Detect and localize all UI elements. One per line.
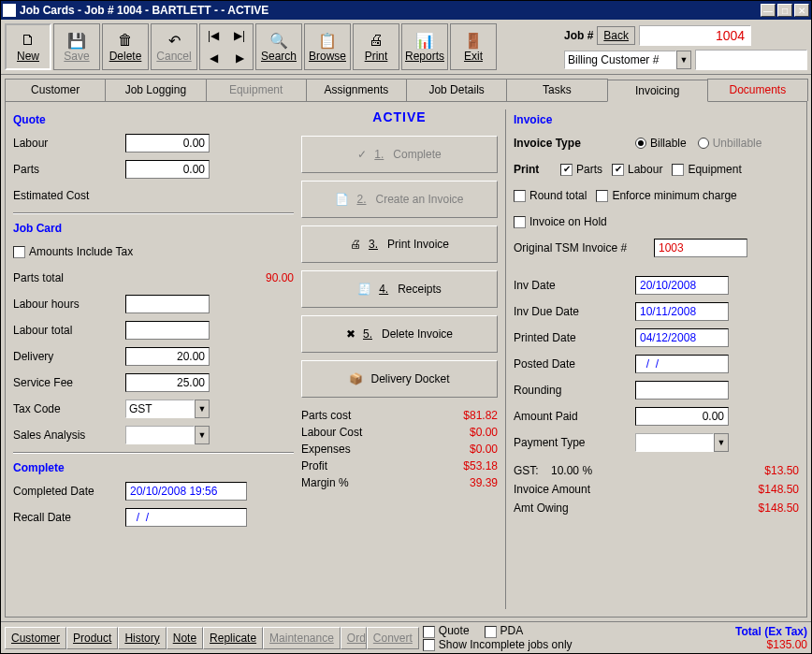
print-labour-label: Labour [628,163,662,176]
browse-icon: 📋 [318,31,337,50]
labour-hours-input[interactable] [125,295,210,313]
print-labour-checkbox[interactable] [612,164,624,176]
tab-documents[interactable]: Documents [707,79,808,101]
complete-button[interactable]: ✓1.Complete [301,136,498,173]
chevron-down-icon[interactable]: ▼ [714,433,729,452]
posted-date-label: Posted Date [514,357,635,371]
rounding-input[interactable] [635,381,729,400]
service-fee-label: Service Fee [13,376,125,389]
completed-date-input[interactable] [125,482,247,501]
docket-icon: 📦 [349,372,363,385]
minimize-button[interactable]: — [761,4,776,17]
labour-hours-label: Labour hours [13,298,125,311]
print-invoice-button[interactable]: 🖨3.Print Invoice [301,225,498,263]
invoice-on-hold-checkbox[interactable] [514,216,526,228]
payment-type-combo[interactable]: ▼ [635,433,729,452]
delete-button[interactable]: 🗑Delete [102,23,149,70]
jobcard-title: Job Card [13,222,294,235]
sales-analysis-input[interactable] [125,426,195,444]
amt-owing-value: $148.50 [759,501,799,515]
footer-note-button[interactable]: Note [167,627,203,649]
tax-code-input[interactable] [125,400,195,418]
close-button[interactable]: ✕ [794,4,809,17]
footer-maintenance-button[interactable]: Maintenance [263,627,341,649]
footer-customer-button[interactable]: Customer [5,627,66,649]
chevron-down-icon[interactable]: ▼ [195,426,210,444]
footer-convert-button[interactable]: Convert [367,627,419,649]
chevron-down-icon[interactable]: ▼ [676,51,691,69]
new-button[interactable]: 🗋New [5,23,51,70]
tax-code-combo[interactable]: ▼ [125,400,210,418]
nav-last[interactable]: ▶| [226,24,253,47]
footer-incomplete-checkbox[interactable] [423,639,435,651]
invoice-type-label: Invoice Type [514,137,635,150]
search-button[interactable]: 🔍Search [255,23,302,70]
quote-labour-input[interactable] [125,134,210,153]
estimated-cost-label: Estimated Cost [13,189,125,202]
enforce-min-checkbox[interactable] [596,190,608,202]
print-parts-checkbox[interactable] [560,164,573,176]
nav-first[interactable]: |◀ [200,24,226,47]
print-button[interactable]: 🖨Print [353,23,399,70]
posted-date-input[interactable] [635,355,729,373]
amount-paid-label: Amount Paid [514,410,635,423]
orig-tsm-input[interactable] [654,239,747,257]
record-nav: |◀ ▶| ◀ ▶ [199,23,254,70]
invoice-amount-value: $148.50 [759,483,799,496]
footer-replicate-button[interactable]: Replicate [203,627,263,649]
print-icon: 🖨 [369,31,384,50]
inv-date-input[interactable] [635,276,729,295]
receipts-button[interactable]: 🧾4.Receipts [301,270,498,308]
browse-button[interactable]: 📋Browse [304,23,351,70]
delete-invoice-button[interactable]: ✖5.Delete Invoice [301,315,498,353]
tab-job-details[interactable]: Job Details [406,79,507,101]
billable-radio[interactable] [635,138,646,149]
payment-type-input[interactable] [635,433,714,452]
footer-quote-checkbox[interactable] [423,626,435,638]
footer-orders-button[interactable]: Orders [341,627,367,649]
parts-total-value: 90.00 [125,271,294,284]
labour-total-input[interactable] [125,321,210,340]
footer-pda-checkbox[interactable] [485,626,497,638]
maximize-button[interactable]: □ [777,4,792,17]
nav-prev[interactable]: ◀ [200,47,226,69]
due-date-input[interactable] [635,302,729,321]
round-total-checkbox[interactable] [514,190,526,202]
nav-next[interactable]: ▶ [226,47,253,69]
job-number-input[interactable] [639,25,751,46]
billing-customer-value[interactable] [695,50,807,70]
tab-tasks[interactable]: Tasks [506,79,607,101]
sales-analysis-combo[interactable]: ▼ [125,426,210,444]
unbillable-radio[interactable] [698,138,709,149]
billing-customer-combo[interactable]: ▼ [564,51,691,69]
expenses-label: Expenses [301,443,351,456]
create-invoice-button[interactable]: 📄2.Create an Invoice [301,181,498,218]
back-button[interactable]: Back [597,26,635,45]
print-equipment-checkbox[interactable] [672,164,684,176]
footer-history-button[interactable]: History [118,627,166,649]
amounts-include-tax-checkbox[interactable] [13,246,25,258]
tab-equipment[interactable]: Equipment [206,79,307,101]
enforce-min-label: Enforce minimum charge [612,189,736,202]
cancel-button[interactable]: ↶Cancel [151,23,197,70]
footer-total-label: Total (Ex Tax) [686,625,807,638]
delivery-docket-button[interactable]: 📦Delivery Docket [301,360,498,398]
tab-customer[interactable]: Customer [5,79,106,101]
chevron-down-icon[interactable]: ▼ [195,400,210,418]
quote-parts-input[interactable] [125,160,210,179]
printed-date-input[interactable] [635,328,729,347]
amount-paid-input[interactable] [635,407,729,426]
service-fee-input[interactable] [125,373,210,392]
check-icon: ✓ [357,148,367,161]
footer-product-button[interactable]: Product [66,627,118,649]
reports-button[interactable]: 📊Reports [401,23,448,70]
invoice-icon: 📄 [335,193,349,206]
recall-date-input[interactable] [125,508,247,527]
tab-invoicing[interactable]: Invoicing [607,80,708,102]
save-button[interactable]: 💾Save [53,23,100,70]
exit-button[interactable]: 🚪Exit [450,23,497,70]
billing-customer-field[interactable] [564,51,676,69]
delivery-input[interactable] [125,347,210,366]
tab-assignments[interactable]: Assignments [306,79,407,101]
tab-job-logging[interactable]: Job Logging [105,79,206,101]
